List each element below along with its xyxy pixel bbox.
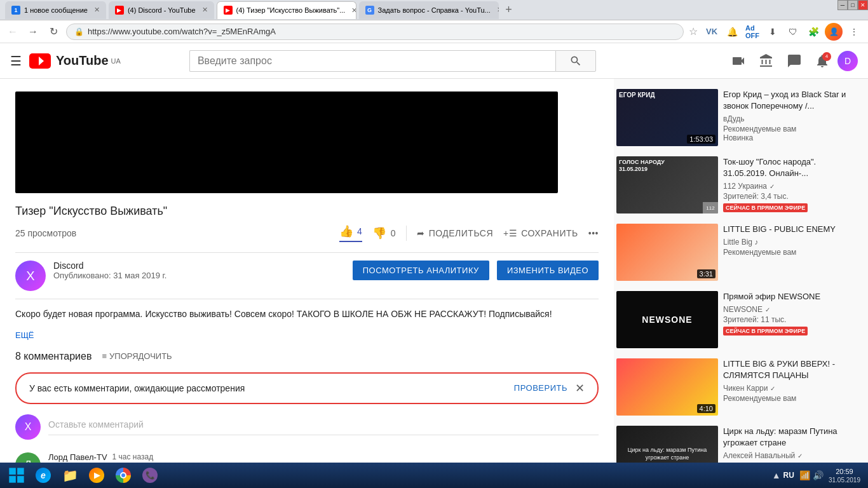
live-badge: СЕЙЧАС В ПРЯМОМ ЭФИРЕ [723, 327, 808, 336]
sidebar-item-info: LITTLE BIG & РУКИ ВВЕРХ! - СЛЯМЯТСЯ ПАЦА… [723, 358, 858, 416]
bookmark-icon[interactable]: ☆ [689, 25, 698, 37]
media-player-taskbar-item[interactable]: ▶ [84, 464, 109, 486]
browser-tab-3[interactable]: ▶ (4) Тизер "Искусство Выживать"... ✕ [217, 1, 356, 19]
shield-extension-icon[interactable]: 🛡 [784, 23, 802, 41]
tab4-close[interactable]: ✕ [497, 6, 499, 14]
hamburger-menu-icon[interactable]: ☰ [10, 53, 22, 69]
more-actions-button[interactable]: ••• [588, 228, 599, 238]
sidebar-video-item[interactable]: 3:31 LITTLE BIG - PUBLIC ENEMY Little Bi… [614, 221, 860, 283]
notifications-icon[interactable]: 4 [810, 48, 835, 74]
browser-toolbar-icons: VK 🔔 AdOFF ⬇ 🛡 🧩 👤 ⋮ [703, 23, 863, 41]
adblock-icon[interactable]: AdOFF [743, 23, 761, 41]
download-extension-icon[interactable]: ⬇ [764, 23, 782, 41]
folder-taskbar-item[interactable]: 📁 [57, 464, 83, 486]
share-icon: ➦ [417, 228, 425, 238]
refresh-button[interactable]: ↻ [46, 24, 61, 39]
youtube-logo-text: YouTube [56, 53, 109, 68]
sidebar-video-item[interactable]: ЕГОР КРИД 1:53:03 Егор Крид – уход из Bl… [614, 86, 860, 149]
network-icon[interactable]: 📶 [799, 470, 810, 480]
video-duration: 4:10 [697, 404, 715, 413]
tab3-close[interactable]: ✕ [351, 6, 356, 15]
internet-explorer-taskbar-item[interactable]: e [31, 464, 56, 486]
settings-icon[interactable]: ⋮ [845, 23, 863, 41]
tab4-label: Задать вопрос - Справка - YouTu... [378, 6, 491, 14]
search-button[interactable] [555, 50, 596, 72]
upload-video-icon[interactable] [726, 48, 751, 74]
user-avatar-icon[interactable]: 👤 [825, 23, 843, 41]
video-duration: 1:53:03 [687, 135, 715, 144]
sound-icon[interactable]: 🔊 [813, 470, 824, 480]
browser-tab-4[interactable]: G Задать вопрос - Справка - YouTu... ✕ [359, 1, 499, 19]
sidebar-item-title: LITTLE BIG & РУКИ ВВЕРХ! - СЛЯМЯТСЯ ПАЦА… [723, 358, 858, 381]
pending-actions: ПРОВЕРИТЬ ✕ [514, 381, 585, 395]
taskbar-time: 20:59 [829, 467, 860, 476]
dislike-button[interactable]: 👎 0 [372, 226, 396, 240]
comment-input[interactable]: Оставьте комментарий [48, 414, 599, 435]
tray-up-arrow-icon[interactable]: ▲ [772, 470, 781, 480]
language-indicator: RU [783, 471, 794, 480]
browser-tab-1[interactable]: 1 1 новое сообщение ✕ [5, 1, 106, 19]
new-tab-button[interactable]: + [501, 3, 517, 18]
comment-author: Лорд Павел-TV [48, 452, 107, 462]
search-input[interactable] [189, 50, 555, 72]
tab2-close[interactable]: ✕ [202, 6, 208, 14]
like-button[interactable]: 👍 4 [339, 224, 363, 242]
system-tray: ▲ RU 📶 🔊 20:59 31.05.2019 [767, 467, 865, 483]
analytics-button[interactable]: ПОСМОТРЕТЬ АНАЛИТИКУ [353, 261, 489, 280]
tab2-icon: ▶ [115, 6, 124, 15]
back-button[interactable]: ← [5, 24, 20, 39]
sidebar-video-item[interactable]: NEWSONE Прямой эфир NEWSONE NEWSONE ✓ Зр… [614, 288, 860, 351]
url-bar[interactable]: 🔒 https://www.youtube.com/watch?v=_z5MEn… [66, 24, 684, 40]
pending-text: У вас есть комментарии, ожидающие рассмо… [29, 383, 245, 393]
thumbs-down-icon: 👎 [372, 226, 387, 240]
tab1-close[interactable]: ✕ [94, 6, 100, 14]
tab3-icon: ▶ [224, 6, 233, 15]
check-pending-button[interactable]: ПРОВЕРИТЬ [514, 383, 567, 393]
channel-avatar[interactable]: X [15, 261, 46, 291]
sidebar-item-meta: Рекомендуемые вам [723, 394, 858, 403]
save-button[interactable]: +☰ СОХРАНИТЬ [503, 228, 578, 238]
edit-video-button[interactable]: ИЗМЕНИТЬ ВИДЕО [497, 261, 599, 280]
clock[interactable]: 20:59 31.05.2019 [829, 467, 860, 483]
vk-extension-icon[interactable]: VK [703, 23, 721, 41]
sort-icon: ≡ [102, 351, 107, 361]
video-title: Тизер "Искусство Выживать" [15, 203, 599, 219]
tab1-icon: 1 [11, 6, 20, 15]
browser-tab-2[interactable]: ▶ (4) Discord - YouTube ✕ [109, 1, 214, 19]
sidebar-item-info: LITTLE BIG - PUBLIC ENEMY Little Big ♪ Р… [723, 224, 858, 281]
video-player[interactable] [15, 92, 558, 193]
minimize-button[interactable]: ─ [837, 0, 848, 10]
save-label: СОХРАНИТЬ [521, 228, 578, 238]
sidebar-item-title: Ток-шоу "Голос народа". 31.05.2019. Онла… [723, 156, 858, 179]
browser-title-bar: 1 1 новое сообщение ✕ ▶ (4) Discord - Yo… [0, 0, 868, 20]
sidebar-video-item[interactable]: ГОЛОС НАРОДУ31.05.2019 112 Ток-шоу "Голо… [614, 154, 860, 216]
chat-icon[interactable] [782, 48, 807, 74]
chrome-icon [116, 468, 131, 483]
channel-avatar-letter: X [26, 269, 34, 283]
like-count: 4 [357, 226, 362, 236]
sort-comments-button[interactable]: ≡ УПОРЯДОЧИТЬ [102, 351, 172, 361]
bell-extension-icon[interactable]: 🔔 [723, 23, 741, 41]
forward-button[interactable]: → [25, 24, 41, 39]
taskbar: e 📁 ▶ 📞 ▲ RU 📶 🔊 20:59 31.05.2019 [0, 463, 868, 488]
sidebar-item-channel: Little Big ♪ [723, 238, 858, 247]
puzzle-extension-icon[interactable]: 🧩 [804, 23, 822, 41]
share-button[interactable]: ➦ ПОДЕЛИТЬСЯ [417, 228, 493, 238]
svg-rect-1 [9, 468, 15, 475]
sidebar-video-item[interactable]: 4:10 LITTLE BIG & РУКИ ВВЕРХ! - СЛЯМЯТСЯ… [614, 356, 860, 418]
start-button[interactable] [3, 464, 31, 486]
show-more-button[interactable]: ЕЩЁ [15, 330, 34, 340]
youtube-logo[interactable]: YouTubeUA [29, 53, 121, 69]
dismiss-notification-button[interactable]: ✕ [575, 381, 585, 395]
viber-taskbar-item[interactable]: 📞 [137, 464, 163, 486]
svg-marker-0 [39, 57, 44, 65]
youtube-search-bar [189, 50, 596, 72]
chrome-taskbar-item[interactable] [111, 464, 136, 486]
comment-time: 1 час назад [112, 452, 154, 461]
user-account-avatar[interactable]: D [837, 51, 858, 71]
maximize-button[interactable]: □ [848, 0, 858, 10]
sidebar-item-channel: 112 Украина ✓ [723, 182, 858, 191]
apps-grid-icon[interactable] [754, 48, 779, 74]
channel-name[interactable]: Discord [53, 261, 345, 271]
close-button[interactable]: ✕ [858, 0, 868, 10]
